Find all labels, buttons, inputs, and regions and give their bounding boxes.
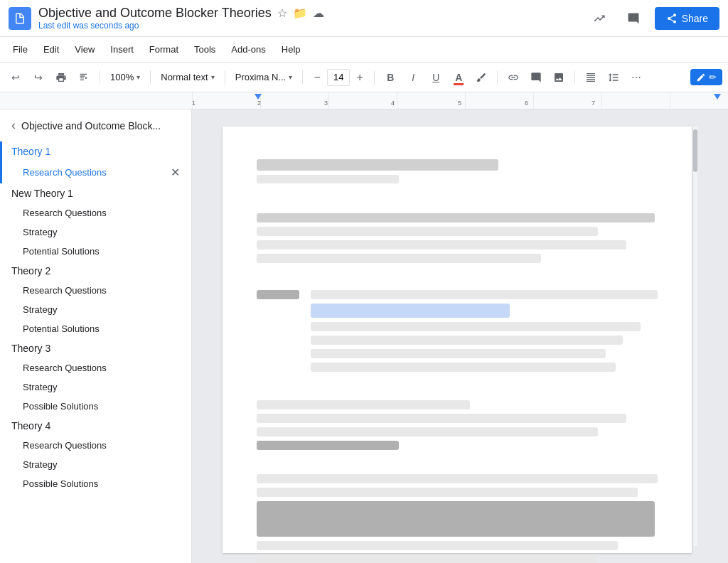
doc-page bbox=[223, 127, 692, 553]
comment-btn[interactable] bbox=[526, 68, 546, 87]
zoom-arrow: ▾ bbox=[136, 73, 140, 81]
trending-icon-btn[interactable] bbox=[587, 6, 612, 31]
font-size-input[interactable] bbox=[327, 69, 350, 86]
folder-icon[interactable]: 📁 bbox=[293, 6, 307, 20]
content-section-1 bbox=[257, 159, 658, 183]
top-bar: Objective and Outcome Blocker Theories ☆… bbox=[0, 0, 728, 37]
content-section-2 bbox=[257, 213, 658, 263]
sep-5 bbox=[374, 70, 375, 85]
cloud-icon[interactable]: ☁ bbox=[313, 6, 324, 20]
star-icon[interactable]: ☆ bbox=[277, 6, 287, 20]
toolbar: ↩ ↪ 100% ▾ Normal text ▾ Proxima N... ▾ … bbox=[0, 63, 728, 92]
sidebar-item-theory-2[interactable]: Theory 2 bbox=[0, 261, 191, 281]
comment-icon-btn[interactable] bbox=[621, 6, 646, 31]
sidebar-item-potential-2[interactable]: Potential Solutions bbox=[0, 319, 191, 338]
highlight-btn[interactable] bbox=[471, 68, 491, 87]
sidebar-item-rq-3[interactable]: Research Questions bbox=[0, 358, 191, 377]
sidebar-item-rq-2[interactable]: Research Questions bbox=[0, 281, 191, 300]
content-section-4 bbox=[257, 400, 658, 450]
menu-tools[interactable]: Tools bbox=[187, 41, 223, 58]
app-icon bbox=[9, 7, 31, 30]
title-area: Objective and Outcome Blocker Theories ☆… bbox=[38, 6, 579, 31]
ruler: 1 2 3 4 5 6 7 bbox=[0, 92, 728, 109]
font-arrow: ▾ bbox=[289, 73, 292, 81]
italic-btn[interactable]: I bbox=[403, 68, 423, 87]
print-btn[interactable] bbox=[51, 68, 71, 87]
paint-format-btn[interactable] bbox=[74, 68, 94, 87]
menu-edit[interactable]: Edit bbox=[36, 41, 66, 58]
menu-addons[interactable]: Add-ons bbox=[224, 41, 272, 58]
menu-bar: File Edit View Insert Format Tools Add-o… bbox=[0, 37, 728, 63]
undo-btn[interactable]: ↩ bbox=[6, 68, 26, 87]
menu-help[interactable]: Help bbox=[274, 41, 308, 58]
main-area: ‹ Objective and Outcome Block... Theory … bbox=[0, 109, 728, 563]
sidebar-doc-title: Objective and Outcome Block... bbox=[21, 120, 161, 132]
doc-title[interactable]: Objective and Outcome Blocker Theories bbox=[38, 6, 272, 21]
zoom-select[interactable]: 100% ▾ bbox=[106, 68, 144, 87]
edit-mode-label: ✏ bbox=[709, 72, 717, 82]
font-size-control: − + bbox=[309, 69, 368, 86]
scrollbar[interactable] bbox=[692, 127, 697, 546]
sidebar-item-research-questions-1[interactable]: Research Questions ✕ bbox=[0, 161, 191, 183]
sidebar-item-strategy-nt1[interactable]: Strategy bbox=[0, 222, 191, 242]
content-section-5 bbox=[257, 474, 658, 563]
menu-file[interactable]: File bbox=[6, 41, 35, 58]
more-btn[interactable]: ⋯ bbox=[626, 68, 646, 87]
sep-7 bbox=[574, 70, 575, 85]
sep-6 bbox=[497, 70, 498, 85]
sidebar-item-strategy-3[interactable]: Strategy bbox=[0, 377, 191, 397]
sidebar-item-strategy-4[interactable]: Strategy bbox=[0, 455, 191, 474]
sidebar-item-theory-1[interactable]: Theory 1 bbox=[0, 141, 191, 161]
sidebar-item-rq-nt1[interactable]: Research Questions bbox=[0, 203, 191, 222]
link-btn[interactable] bbox=[503, 68, 523, 87]
sidebar-item-new-theory-1[interactable]: New Theory 1 bbox=[0, 183, 191, 203]
sidebar-item-possible-4[interactable]: Possible Solutions bbox=[0, 474, 191, 493]
underline-btn[interactable]: U bbox=[426, 68, 446, 87]
sidebar-header: ‹ Objective and Outcome Block... bbox=[0, 109, 191, 141]
sep-3 bbox=[225, 70, 225, 85]
sidebar-item-theory-4[interactable]: Theory 4 bbox=[0, 416, 191, 436]
style-select[interactable]: Normal text ▾ bbox=[156, 68, 218, 87]
sidebar-item-rq-4[interactable]: Research Questions bbox=[0, 436, 191, 455]
bold-btn[interactable]: B bbox=[380, 68, 400, 87]
align-btn[interactable] bbox=[581, 68, 601, 87]
sep-1 bbox=[100, 70, 100, 85]
doc-area[interactable] bbox=[192, 109, 728, 563]
back-btn[interactable]: ‹ bbox=[11, 118, 16, 133]
sidebar-item-potential-nt1[interactable]: Potential Solutions bbox=[0, 242, 191, 261]
last-edit-link[interactable]: Last edit was seconds ago bbox=[38, 21, 579, 31]
font-select[interactable]: Proxima N... ▾ bbox=[231, 68, 297, 87]
edit-mode-btn[interactable]: ✏ bbox=[690, 69, 722, 85]
sidebar-item-theory-3[interactable]: Theory 3 bbox=[0, 338, 191, 358]
sep-2 bbox=[150, 70, 151, 85]
style-arrow: ▾ bbox=[211, 73, 215, 81]
header-right: Share bbox=[587, 6, 719, 31]
font-color-btn[interactable]: A bbox=[449, 68, 469, 87]
sidebar-item-strategy-2[interactable]: Strategy bbox=[0, 300, 191, 319]
ruler-content: 1 2 3 4 5 6 7 bbox=[192, 92, 728, 109]
redo-btn[interactable]: ↪ bbox=[28, 68, 48, 87]
font-size-increase[interactable]: + bbox=[351, 69, 368, 86]
share-button[interactable]: Share bbox=[655, 7, 719, 30]
font-value: Proxima N... bbox=[235, 72, 287, 82]
font-size-decrease[interactable]: − bbox=[309, 69, 326, 86]
scrollbar-thumb[interactable] bbox=[693, 129, 697, 172]
image-btn[interactable] bbox=[549, 68, 569, 87]
sidebar: ‹ Objective and Outcome Block... Theory … bbox=[0, 109, 192, 563]
share-label: Share bbox=[682, 13, 708, 24]
line-spacing-btn[interactable] bbox=[604, 68, 623, 87]
style-value: Normal text bbox=[161, 72, 208, 82]
sidebar-nav: Theory 1 Research Questions ✕ New Theory… bbox=[0, 141, 191, 505]
menu-view[interactable]: View bbox=[68, 41, 102, 58]
close-icon[interactable]: ✕ bbox=[171, 166, 180, 179]
content-section-3 bbox=[257, 286, 658, 376]
menu-format[interactable]: Format bbox=[142, 41, 186, 58]
zoom-value: 100% bbox=[110, 72, 134, 82]
sidebar-item-possible-3[interactable]: Possible Solutions bbox=[0, 397, 191, 416]
menu-insert[interactable]: Insert bbox=[103, 41, 141, 58]
sep-4 bbox=[302, 70, 303, 85]
